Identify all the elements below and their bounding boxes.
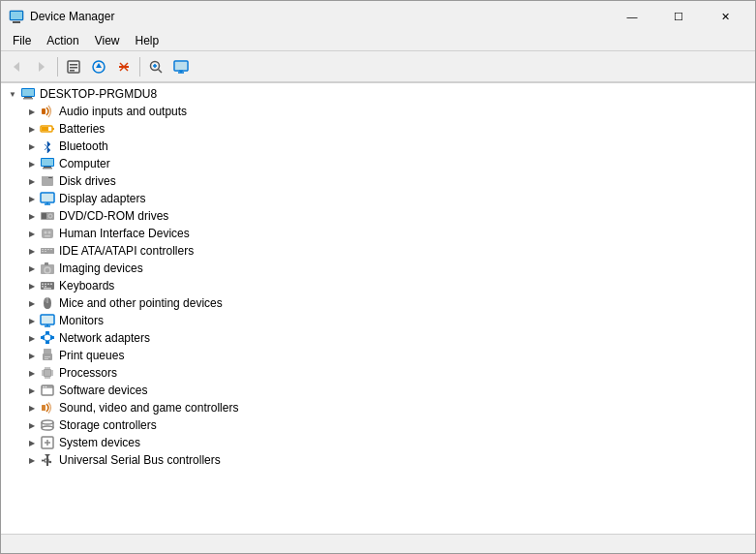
svg-marker-4 — [39, 62, 45, 72]
svg-point-101 — [43, 386, 45, 388]
keyboard-icon — [40, 278, 55, 293]
menu-file[interactable]: File — [5, 32, 39, 49]
tree-item-disk-drives[interactable]: ▶Disk drives — [1, 172, 755, 190]
tree-item-print-queues[interactable]: ▶Print queues — [1, 347, 755, 364]
tree-item-label: Storage controllers — [59, 418, 157, 432]
uninstall-button[interactable] — [112, 55, 136, 78]
expand-arrow[interactable]: ▶ — [24, 208, 40, 224]
expand-arrow[interactable]: ▶ — [24, 104, 40, 119]
expand-arrow[interactable]: ▶ — [24, 121, 40, 137]
scan-button[interactable] — [144, 55, 167, 78]
expand-arrow[interactable]: ▶ — [24, 173, 40, 189]
expand-arrow[interactable]: ▶ — [24, 295, 40, 311]
svg-rect-26 — [23, 98, 33, 100]
svg-line-77 — [43, 334, 47, 336]
tree-item-mice-and-other-pointing-devices[interactable]: ▶Mice and other pointing devices — [1, 294, 755, 312]
maximize-button[interactable]: ☐ — [656, 7, 701, 26]
tree-item-software-devices[interactable]: ▶Software devices — [1, 382, 755, 399]
tree-item-label: Network adapters — [59, 331, 150, 345]
tree-item-ide-ataatapi-controllers[interactable]: ▶IDE ATA/ATAPI controllers — [1, 242, 755, 260]
software-icon — [40, 383, 55, 398]
forward-icon — [35, 60, 48, 74]
svg-rect-76 — [45, 341, 49, 344]
imaging-icon — [40, 261, 55, 276]
menu-view[interactable]: View — [87, 32, 128, 49]
svg-rect-82 — [44, 349, 51, 354]
expand-arrow[interactable]: ▶ — [24, 383, 40, 398]
tree-item-storage-controllers[interactable]: ▶Storage controllers — [1, 416, 755, 434]
svg-rect-61 — [45, 284, 46, 286]
forward-button[interactable] — [30, 55, 53, 78]
expand-arrow[interactable]: ▶ — [24, 435, 40, 450]
expand-arrow[interactable]: ▶ — [24, 138, 40, 154]
svg-marker-112 — [45, 454, 50, 457]
expand-arrow[interactable]: ▶ — [24, 243, 40, 259]
ide-icon — [40, 243, 55, 259]
svg-rect-30 — [42, 127, 48, 131]
tree-item-imaging-devices[interactable]: ▶Imaging devices — [1, 260, 755, 277]
tree-item-dvdcd-rom-drives[interactable]: ▶DVD/CD-ROM drives — [1, 207, 755, 225]
tree-item-sound-video-and-game-controllers[interactable]: ▶Sound, video and game controllers — [1, 399, 755, 416]
svg-line-79 — [43, 339, 47, 341]
svg-rect-2 — [11, 12, 22, 19]
tree-item-human-interface-devices[interactable]: ▶Human Interface Devices — [1, 225, 755, 242]
tree-item-batteries[interactable]: ▶Batteries — [1, 120, 755, 138]
svg-rect-66 — [44, 288, 51, 290]
tree-item-label: DVD/CD-ROM drives — [59, 209, 168, 223]
toolbar-separator-2 — [139, 57, 140, 77]
expand-arrow[interactable]: ▶ — [24, 365, 40, 381]
svg-rect-75 — [50, 336, 54, 339]
expand-arrow[interactable]: ▶ — [24, 348, 40, 363]
close-button[interactable]: ✕ — [703, 7, 747, 26]
tree-item-bluetooth[interactable]: ▶Bluetooth — [1, 138, 755, 155]
expand-arrow[interactable]: ▶ — [24, 400, 40, 416]
hid-icon — [40, 226, 55, 241]
scan-icon — [148, 59, 164, 75]
properties-button[interactable] — [62, 55, 85, 78]
tree-item-display-adapters[interactable]: ▶Display adapters — [1, 190, 755, 207]
svg-rect-68 — [45, 298, 47, 302]
usb-icon — [40, 452, 55, 468]
update-driver-button[interactable] — [87, 55, 110, 78]
svg-rect-83 — [45, 356, 50, 357]
app-icon — [9, 9, 24, 24]
svg-rect-74 — [41, 336, 45, 339]
root-expand-arrow[interactable]: ▼ — [5, 86, 20, 102]
tree-item-audio-inputs-and-outputs[interactable]: ▶Audio inputs and outputs — [1, 103, 755, 120]
tree-item-keyboards[interactable]: ▶Keyboards — [1, 277, 755, 294]
svg-rect-86 — [45, 370, 50, 376]
svg-marker-3 — [14, 62, 19, 72]
svg-point-102 — [45, 386, 47, 388]
tree-item-network-adapters[interactable]: ▶Network adapters — [1, 329, 755, 347]
dvd-icon — [40, 208, 55, 224]
expand-arrow[interactable]: ▶ — [24, 452, 40, 468]
expand-arrow[interactable]: ▶ — [24, 191, 40, 206]
tree-item-monitors[interactable]: ▶Monitors — [1, 312, 755, 329]
tree-item-computer[interactable]: ▶Computer — [1, 155, 755, 172]
svg-point-104 — [42, 420, 53, 424]
menu-help[interactable]: Help — [128, 32, 167, 49]
tree-item-system-devices[interactable]: ▶System devices — [1, 434, 755, 451]
expand-arrow[interactable]: ▶ — [24, 330, 40, 346]
expand-arrow[interactable]: ▶ — [24, 278, 40, 293]
expand-arrow[interactable]: ▶ — [24, 417, 40, 433]
storage-icon — [40, 417, 55, 433]
tree-view[interactable]: ▼ DESKTOP-PRGMDU8 ▶Audio inputs and outp… — [1, 83, 755, 534]
svg-point-115 — [49, 461, 51, 463]
expand-arrow[interactable]: ▶ — [24, 156, 40, 171]
tree-item-label: Monitors — [59, 314, 104, 327]
back-button[interactable] — [5, 55, 28, 78]
menu-action[interactable]: Action — [39, 32, 86, 49]
minimize-button[interactable]: — — [610, 7, 654, 26]
expand-arrow[interactable]: ▶ — [24, 226, 40, 241]
window-controls[interactable]: — ☐ ✕ — [610, 7, 747, 26]
tree-root-item[interactable]: ▼ DESKTOP-PRGMDU8 — [1, 85, 755, 103]
expand-arrow[interactable]: ▶ — [24, 261, 40, 276]
tree-item-processors[interactable]: ▶Processors — [1, 364, 755, 382]
tree-item-universal-serial-bus-controllers[interactable]: ▶Universal Serial Bus controllers — [1, 451, 755, 469]
expand-arrow[interactable]: ▶ — [24, 313, 40, 328]
tree-item-label: Imaging devices — [59, 262, 143, 275]
monitor-button[interactable] — [169, 55, 193, 78]
svg-rect-24 — [22, 89, 34, 96]
svg-rect-43 — [42, 213, 46, 219]
